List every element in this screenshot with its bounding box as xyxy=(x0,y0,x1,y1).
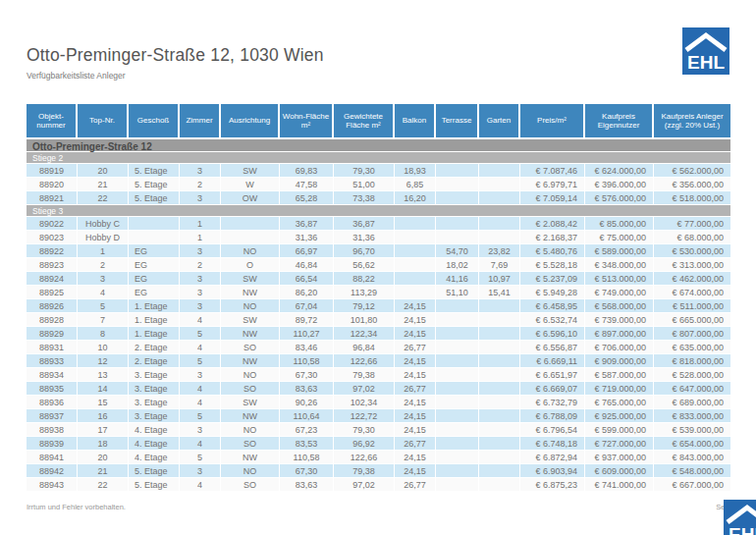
table-cell: 5 xyxy=(180,354,221,367)
table-cell: NW xyxy=(221,327,280,340)
table-cell: 5 xyxy=(180,327,221,340)
table-row: 88920215. Etage2W47,5851,006,85€ 6.979,7… xyxy=(27,178,730,191)
table-cell: 15 xyxy=(78,396,129,408)
table-cell: 88,22 xyxy=(334,272,395,285)
table-cell: 110,58 xyxy=(280,354,334,367)
table-cell: 10 xyxy=(78,341,129,353)
table-cell: € 609.000,00 xyxy=(585,464,654,477)
table-cell: € 624.000,00 xyxy=(585,164,654,177)
table-cell: 5. Etage xyxy=(129,178,180,190)
table-cell: € 706.000,00 xyxy=(585,341,654,353)
availability-table: Objekt-nummerTop-Nr.GeschoßZimmerAusrich… xyxy=(27,104,730,492)
table-cell: 88943 xyxy=(27,478,78,491)
table-cell: € 689.000,00 xyxy=(654,396,730,408)
table-cell: € 6.458,95 xyxy=(520,299,585,312)
table-cell xyxy=(479,191,520,204)
table-cell: € 5.528,18 xyxy=(520,258,585,271)
table-cell: 51,10 xyxy=(436,286,479,298)
table-cell: 4 xyxy=(180,437,221,450)
table-cell: 22 xyxy=(78,478,129,491)
table-cell: 17 xyxy=(78,423,129,436)
table-cell: € 2.088,42 xyxy=(520,217,585,230)
table-cell: OW xyxy=(221,191,280,204)
table-cell: 88939 xyxy=(27,437,78,450)
table-cell xyxy=(479,478,520,491)
svg-text:EHL: EHL xyxy=(729,524,756,535)
table-row: 889243EG3SW66,5488,2241,1610,97€ 5.237,0… xyxy=(27,272,730,286)
table-cell: € 348.000,00 xyxy=(585,258,654,271)
table-cell: € 818.000,00 xyxy=(654,354,730,367)
table-cell: 88925 xyxy=(27,286,78,298)
table-cell: 88934 xyxy=(27,368,78,381)
table-cell: 3 xyxy=(180,286,221,298)
table-cell: 24,15 xyxy=(395,451,436,463)
table-cell: 88923 xyxy=(27,258,78,271)
table-cell xyxy=(479,299,520,312)
table-cell: 89022 xyxy=(27,217,78,230)
table-cell: 22 xyxy=(78,191,129,204)
table-cell: 1 xyxy=(78,244,129,257)
table-cell: 122,34 xyxy=(334,327,395,340)
table-cell xyxy=(479,368,520,381)
table-cell xyxy=(395,231,436,243)
table-cell: 88924 xyxy=(27,272,78,285)
table-cell: 23,82 xyxy=(479,244,520,257)
table-cell: 6,85 xyxy=(395,178,436,190)
table-cell: 102,34 xyxy=(334,396,395,408)
table-row: 88943225. Etage4SO83,6397,0226,77€ 6.875… xyxy=(27,478,730,492)
table-cell xyxy=(479,423,520,436)
table-cell: 26,77 xyxy=(395,341,436,353)
ehl-house-icon: EHL xyxy=(724,500,756,535)
table-cell: 14 xyxy=(78,382,129,395)
table-cell: 24,15 xyxy=(395,464,436,477)
table-cell: 79,30 xyxy=(334,164,395,177)
table-cell: € 6.748,18 xyxy=(520,437,585,450)
table-cell: 31,36 xyxy=(280,231,334,243)
column-header: Zimmer xyxy=(180,104,221,137)
table-cell: 24,15 xyxy=(395,396,436,408)
table-cell xyxy=(436,231,479,243)
table-cell: € 75.000,00 xyxy=(585,231,654,243)
table-cell: 18,93 xyxy=(395,164,436,177)
table-cell: Hobby D xyxy=(78,231,129,243)
table-cell: 83,53 xyxy=(280,437,334,450)
table-row: 88938174. Etage3NO67,2379,3024,15€ 6.796… xyxy=(27,423,730,437)
table-cell: 88920 xyxy=(27,178,78,190)
table-cell: 46,84 xyxy=(280,258,334,271)
table-cell: 3. Etage xyxy=(129,396,180,408)
table-cell: 86,20 xyxy=(280,286,334,298)
table-cell xyxy=(436,451,479,463)
table-cell: € 85.000,00 xyxy=(585,217,654,230)
table-cell: 16 xyxy=(78,409,129,422)
table-cell: 65,28 xyxy=(280,191,334,204)
table-row: 89022Hobby C136,8736,87€ 2.088,42€ 85.00… xyxy=(27,217,730,231)
table-cell: 122,66 xyxy=(334,451,395,463)
table-cell: 3 xyxy=(180,164,221,177)
table-cell: NO xyxy=(221,244,280,257)
table-cell xyxy=(479,409,520,422)
table-cell: € 462.000,00 xyxy=(654,272,730,285)
table-cell: 96,92 xyxy=(334,437,395,450)
table-cell: 1 xyxy=(180,217,221,230)
table-cell: SW xyxy=(221,313,280,326)
table-cell xyxy=(221,231,280,243)
table-cell: € 562.000,00 xyxy=(654,164,730,177)
table-cell: 54,70 xyxy=(436,244,479,257)
table-cell: 2 xyxy=(180,178,221,190)
table-cell: 4 xyxy=(180,313,221,326)
column-header: Terrasse xyxy=(436,104,479,137)
table-cell: € 654.000,00 xyxy=(654,437,730,450)
table-cell: 1. Etage xyxy=(129,313,180,326)
table-cell: NO xyxy=(221,423,280,436)
table-cell: € 2.168,37 xyxy=(520,231,585,243)
table-cell: 24,15 xyxy=(395,299,436,312)
table-cell: 13 xyxy=(78,368,129,381)
table-cell xyxy=(436,396,479,408)
table-cell: 3. Etage xyxy=(129,382,180,395)
table-cell xyxy=(436,368,479,381)
table-cell: € 5.949,28 xyxy=(520,286,585,298)
table-cell xyxy=(436,327,479,340)
table-row: 88919205. Etage3SW69,8379,3018,93€ 7.087… xyxy=(27,164,730,178)
table-cell: 73,38 xyxy=(334,191,395,204)
table-cell: 88922 xyxy=(27,244,78,257)
